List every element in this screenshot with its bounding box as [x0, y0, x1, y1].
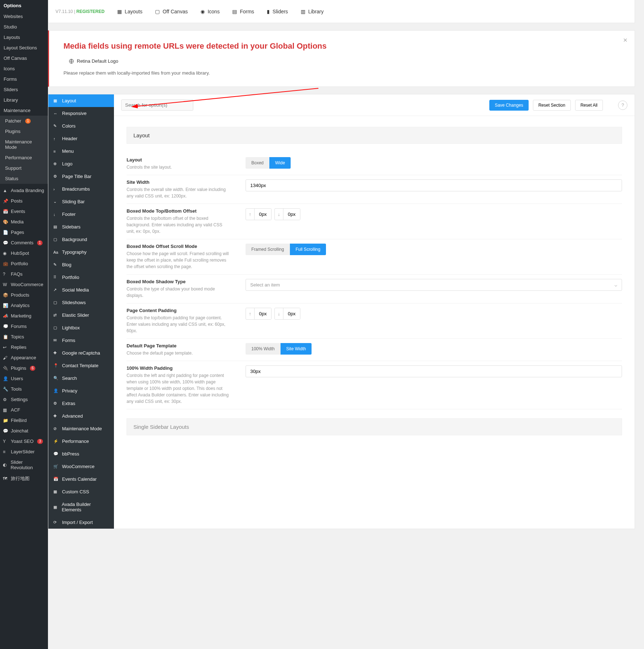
tab-layouts[interactable]: ▦Layouts: [117, 9, 142, 14]
options-nav-menu[interactable]: ≡Menu: [48, 145, 114, 157]
toggle-option-wide[interactable]: Wide: [269, 157, 291, 169]
sidebar-section-media[interactable]: 🎨Media: [0, 217, 48, 227]
sidebar-subitem[interactable]: Status: [0, 173, 48, 184]
sidebar-item-off-canvas[interactable]: Off Canvas: [0, 53, 48, 63]
options-nav-maintenance-mode[interactable]: ⊘Maintenance Mode: [48, 422, 114, 435]
offset-bottom-input[interactable]: ↓: [274, 208, 300, 220]
padding-bottom-value[interactable]: [283, 308, 300, 319]
sidebar-section-appearance[interactable]: 🖌Appearance: [0, 352, 48, 363]
sidebar-item-studio[interactable]: Studio: [0, 22, 48, 32]
sidebar-section-forums[interactable]: 💭Forums: [0, 321, 48, 332]
tab-sliders[interactable]: ▮Sliders: [267, 9, 288, 14]
sidebar-section-plugins[interactable]: 🔌Plugins6: [0, 363, 48, 373]
padding-top-value[interactable]: [255, 308, 271, 319]
sidebar-section-hubspot[interactable]: ◉HubSpot: [0, 248, 48, 258]
sidebar-section-settings[interactable]: ⚙Settings: [0, 394, 48, 405]
sidebar-subitem[interactable]: Performance: [0, 152, 48, 163]
scroll-mode-toggle[interactable]: Framed Scrolling Full Scrolling: [246, 244, 326, 255]
options-nav-elastic-slider[interactable]: ⇄Elastic Slider: [48, 309, 114, 321]
options-nav-logo[interactable]: ⊕Logo: [48, 157, 114, 170]
options-nav-avada-builder-elements[interactable]: ▦Avada Builder Elements: [48, 498, 114, 516]
sidebar-section-slider-revolution[interactable]: ◐Slider Revolution: [0, 457, 48, 473]
tab-icons[interactable]: ◉Icons: [200, 9, 220, 14]
options-nav-forms[interactable]: ✉Forms: [48, 334, 114, 347]
search-input[interactable]: [121, 99, 193, 111]
options-nav-header[interactable]: ↑Header: [48, 132, 114, 145]
help-icon[interactable]: ?: [618, 101, 627, 110]
sidebar-section-replies[interactable]: ↩Replies: [0, 342, 48, 352]
sidebar-section-yoast-seo[interactable]: YYoast SEO3: [0, 436, 48, 446]
padding-top-input[interactable]: ↑: [246, 308, 272, 320]
toggle-option-site[interactable]: Site Width: [281, 343, 312, 355]
options-nav-performance[interactable]: ⚡Performance: [48, 435, 114, 448]
sidebar-subitem[interactable]: Plugins: [0, 126, 48, 137]
options-nav-privacy[interactable]: 👤Privacy: [48, 384, 114, 397]
sidebar-section-acf[interactable]: ▦ACF: [0, 405, 48, 415]
sidebar-item-forms[interactable]: Forms: [0, 74, 48, 84]
sidebar-section-topics[interactable]: 📋Topics: [0, 332, 48, 342]
sidebar-section-旅行地图[interactable]: 🗺旅行地图: [0, 473, 48, 484]
options-nav-contact-template[interactable]: 📍Contact Template: [48, 359, 114, 372]
sidebar-subitem[interactable]: Patcher1: [0, 116, 48, 126]
sidebar-item-layouts[interactable]: Layouts: [0, 32, 48, 43]
sidebar-section-pages[interactable]: 📄Pages: [0, 227, 48, 237]
sidebar-section-joinchat[interactable]: 💬Joinchat: [0, 426, 48, 436]
template-toggle[interactable]: 100% Width Site Width: [246, 343, 312, 355]
site-width-input[interactable]: [246, 179, 622, 191]
options-nav-slideshows[interactable]: ▢Slideshows: [48, 296, 114, 309]
options-nav-portfolio[interactable]: ⠿Portfolio: [48, 271, 114, 284]
sidebar-section-marketing[interactable]: 📣Marketing: [0, 311, 48, 321]
tab-off-canvas[interactable]: ▢Off Canvas: [155, 9, 188, 14]
sidebar-item-icons[interactable]: Icons: [0, 63, 48, 74]
options-nav-blog[interactable]: ✎Blog: [48, 258, 114, 271]
offset-top-input[interactable]: ↑: [246, 208, 272, 220]
options-nav-layout[interactable]: ▦Layout: [48, 94, 114, 107]
offset-top-value[interactable]: [255, 209, 271, 220]
sidebar-item-websites[interactable]: Websites: [0, 11, 48, 22]
sidebar-section-posts[interactable]: 📌Posts: [0, 196, 48, 206]
options-nav-advanced[interactable]: ✚Advanced: [48, 410, 114, 422]
options-nav-extras[interactable]: ⚙Extras: [48, 397, 114, 410]
reset-all-button[interactable]: Reset All: [575, 100, 603, 111]
options-nav-typography[interactable]: AaTypography: [48, 246, 114, 258]
sidebar-section-tools[interactable]: 🔧Tools: [0, 384, 48, 394]
tab-library[interactable]: ▥Library: [301, 9, 324, 14]
options-nav-sliding-bar[interactable]: ⌄Sliding Bar: [48, 195, 114, 208]
close-icon[interactable]: ×: [623, 36, 627, 44]
sidebar-section-products[interactable]: 📦Products: [0, 290, 48, 300]
sidebar-section-faqs[interactable]: ?FAQs: [0, 269, 48, 279]
tab-forms[interactable]: ▤Forms: [232, 9, 254, 14]
sidebar-subitem[interactable]: Support: [0, 163, 48, 173]
options-nav-sidebars[interactable]: ▤Sidebars: [48, 221, 114, 233]
save-changes-button[interactable]: Save Changes: [489, 100, 529, 111]
sidebar-item-library[interactable]: Library: [0, 95, 48, 105]
sidebar-section-analytics[interactable]: 📊Analytics: [0, 300, 48, 311]
toggle-option-framed[interactable]: Framed Scrolling: [246, 244, 290, 255]
sidebar-section-woocommerce[interactable]: WWooCommerce: [0, 279, 48, 290]
toggle-option-full[interactable]: Full Scrolling: [290, 244, 326, 255]
sidebar-section-avada-branding[interactable]: ▲Avada Branding: [0, 185, 48, 196]
options-nav-colors[interactable]: ✎Colors: [48, 120, 114, 132]
options-nav-custom-css[interactable]: ▦Custom CSS: [48, 485, 114, 498]
reset-section-button[interactable]: Reset Section: [533, 100, 571, 111]
layout-toggle[interactable]: Boxed Wide: [246, 157, 291, 169]
options-nav-responsive[interactable]: ↔Responsive: [48, 107, 114, 120]
options-nav-woocommerce[interactable]: 🛒WooCommerce: [48, 460, 114, 473]
toggle-option-100[interactable]: 100% Width: [246, 343, 281, 355]
sidebar-section-users[interactable]: 👤Users: [0, 373, 48, 384]
sidebar-section-layerslider[interactable]: ≡LayerSlider: [0, 446, 48, 457]
options-nav-lightbox[interactable]: ▢Lightbox: [48, 321, 114, 334]
options-nav-breadcrumbs[interactable]: ›Breadcrumbs: [48, 183, 114, 195]
options-nav-social-media[interactable]: ↗Social Media: [48, 284, 114, 296]
sidebar-section-filebird[interactable]: 📁FileBird: [0, 415, 48, 426]
sidebar-section-comments[interactable]: 💬Comments1: [0, 237, 48, 248]
options-nav-footer[interactable]: ↓Footer: [48, 208, 114, 221]
shadow-select[interactable]: Select an item ⌵: [246, 279, 622, 291]
width-padding-input[interactable]: [246, 365, 622, 377]
options-nav-google-recaptcha[interactable]: ✚Google reCaptcha: [48, 347, 114, 359]
options-nav-search[interactable]: 🔍Search: [48, 372, 114, 384]
sidebar-section-events[interactable]: 📅Events: [0, 206, 48, 217]
options-nav-background[interactable]: ▢Background: [48, 233, 114, 246]
sidebar-subitem[interactable]: Maintenance Mode: [0, 137, 48, 152]
sidebar-item-layout-sections[interactable]: Layout Sections: [0, 43, 48, 53]
